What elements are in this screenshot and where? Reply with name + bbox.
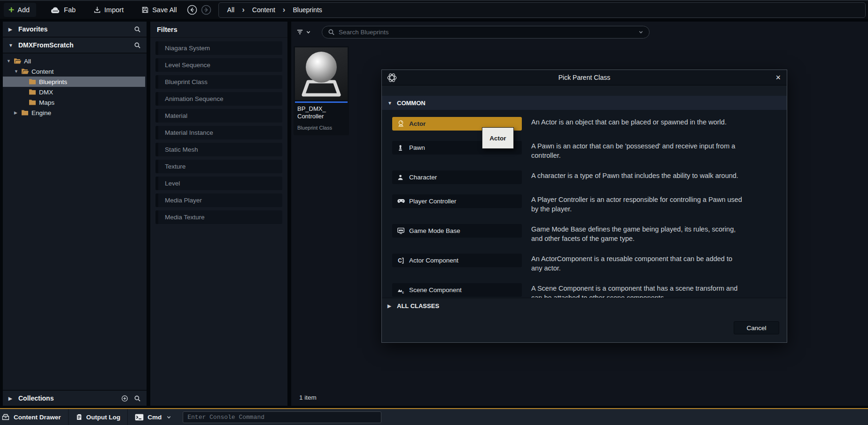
parent-class-row: c Scene Component A Scene Component is a… — [392, 283, 776, 298]
breadcrumb-all[interactable]: All — [227, 6, 235, 14]
save-all-button[interactable]: Save All — [141, 6, 177, 14]
filter-pill[interactable]: Texture — [155, 160, 282, 173]
filter-pill[interactable]: Blueprint Class — [155, 75, 282, 89]
actor-tooltip: Actor — [482, 127, 514, 149]
filter-pill[interactable]: Material — [155, 109, 282, 123]
filter-label: Niagara System — [165, 45, 210, 52]
filter-label: Texture — [165, 163, 186, 170]
terminal-icon — [135, 414, 144, 421]
import-icon — [93, 6, 101, 14]
breadcrumb-content[interactable]: Content — [252, 6, 275, 14]
tree-arrow-icon: ▼ — [7, 59, 14, 63]
folder-icon — [29, 99, 37, 106]
search-input[interactable] — [339, 29, 635, 36]
parent-class-button[interactable]: c Scene Component — [392, 283, 522, 297]
fab-cloud-icon — [50, 7, 61, 14]
scene-component-icon: c — [397, 286, 405, 294]
plus-icon: + — [8, 5, 14, 15]
class-description: A Scene Component is a component that ha… — [531, 283, 745, 298]
asset-name-line2: Controller — [297, 113, 345, 120]
pawn-icon — [397, 144, 405, 152]
favorites-section[interactable]: ▶ Favorites — [3, 22, 147, 38]
console-command-input[interactable] — [183, 411, 381, 423]
folder-icon — [29, 89, 37, 95]
filter-pill[interactable]: Niagara System — [155, 41, 282, 55]
tree-row[interactable]: ▼ Content — [3, 66, 145, 77]
filter-pill[interactable]: Level Sequence — [155, 58, 282, 72]
status-bar: Content Drawer Output Log Cmd — [0, 408, 868, 425]
folder-label: Content — [31, 68, 54, 75]
pick-parent-class-dialog: Pick Parent Class × ▼ COMMON Actor An Ac… — [381, 70, 787, 343]
search-icon[interactable] — [134, 42, 141, 49]
search-icon[interactable] — [134, 395, 141, 402]
content-drawer-button[interactable]: Content Drawer — [0, 409, 69, 425]
folder-icon — [21, 109, 29, 116]
asset-thumbnail — [295, 47, 348, 100]
output-log-button[interactable]: Output Log — [69, 409, 128, 425]
breadcrumb-blueprints[interactable]: Blueprints — [293, 6, 322, 14]
search-box — [322, 26, 650, 39]
project-section[interactable]: ▼ DMXFromScratch — [3, 38, 147, 54]
filter-pill[interactable]: Static Mesh — [155, 143, 282, 156]
actor-component-icon: C — [397, 257, 405, 264]
tree-row[interactable]: ▶ Engine — [3, 108, 145, 118]
class-name: Game Mode Base — [409, 227, 460, 234]
class-description: A character is a type of Pawn that inclu… — [531, 170, 745, 180]
cmd-selector[interactable]: Cmd — [128, 409, 178, 425]
chevron-down-icon — [306, 30, 311, 35]
dialog-footer: Cancel — [382, 313, 787, 342]
add-label: Add — [17, 6, 30, 14]
import-button[interactable]: Import — [93, 6, 124, 14]
forward-button[interactable] — [201, 4, 212, 15]
chevron-down-icon — [166, 415, 171, 420]
cancel-button[interactable]: Cancel — [734, 321, 779, 334]
funnel-icon — [296, 29, 304, 36]
sphere-graphic — [306, 52, 337, 83]
filter-pill[interactable]: Media Player — [155, 193, 282, 207]
back-button[interactable] — [186, 4, 198, 15]
filters-title: Filters — [150, 22, 287, 38]
filter-label: Static Mesh — [165, 146, 198, 153]
parent-class-button[interactable]: Game Mode Base — [392, 224, 522, 238]
expand-arrow-icon: ▼ — [8, 43, 14, 48]
class-name: Character — [409, 174, 437, 181]
tree-row[interactable]: Blueprints — [3, 77, 145, 87]
unreal-editor-content-browser: { "toolbar": { "add": "Add", "fab": "Fab… — [0, 0, 868, 425]
tree-row[interactable]: DMX — [3, 87, 145, 97]
filter-label: Blueprint Class — [165, 78, 208, 85]
common-section-header[interactable]: ▼ COMMON — [382, 96, 787, 110]
fab-button[interactable]: Fab — [50, 6, 76, 14]
close-icon[interactable]: × — [775, 73, 781, 82]
class-name: Actor — [409, 120, 426, 127]
add-button[interactable]: + Add — [4, 3, 36, 17]
filter-pill[interactable]: Media Texture — [155, 210, 282, 224]
class-description: An ActorComponent is a reusable componen… — [531, 254, 745, 273]
asset-tile-bp-dmx-controller[interactable]: BP_DMX_ Controller Blueprint Class — [294, 46, 349, 135]
parent-class-button[interactable]: Character — [392, 170, 522, 184]
parent-class-button[interactable]: Player Controller — [392, 194, 522, 208]
parent-class-button[interactable]: C Actor Component — [392, 254, 522, 267]
all-classes-section-header[interactable]: ▶ ALL CLASSES — [382, 298, 787, 313]
filter-pill[interactable]: Level — [155, 177, 282, 190]
collapse-arrow-icon: ▶ — [388, 303, 393, 309]
content-drawer-icon — [1, 413, 10, 421]
parent-class-row: Actor An Actor is an object that can be … — [392, 117, 776, 131]
filter-options-button[interactable] — [296, 29, 311, 36]
filters-list: Niagara System Level Sequence Blueprint … — [150, 38, 287, 231]
parent-class-row: C Actor Component An ActorComponent is a… — [392, 254, 776, 273]
class-name: Player Controller — [409, 198, 457, 205]
filter-pill[interactable]: Animation Sequence — [155, 92, 282, 106]
filter-label: Material — [165, 112, 187, 119]
tree-row[interactable]: ▼ All — [3, 56, 145, 66]
main-toolbar: + Add Fab Import Save All All › Content … — [0, 0, 868, 19]
tree-row[interactable]: Maps — [3, 97, 145, 108]
collections-section[interactable]: ▶ Collections — [3, 390, 147, 406]
add-collection-icon[interactable] — [121, 395, 128, 402]
tree-arrow-icon: ▼ — [14, 69, 21, 74]
save-search-chevron-icon[interactable] — [638, 30, 643, 35]
filter-pill[interactable]: Material Instance — [155, 126, 282, 139]
player-controller-icon — [397, 198, 405, 205]
filter-label: Media Player — [165, 197, 202, 204]
search-icon[interactable] — [134, 26, 141, 33]
folder-icon — [21, 68, 29, 75]
